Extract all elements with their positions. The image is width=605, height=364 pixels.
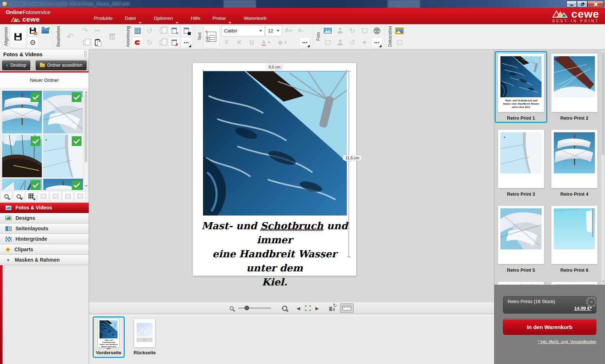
edit-photo-button[interactable] <box>322 37 334 48</box>
photo-thumbnail[interactable] <box>2 179 42 190</box>
effects-button[interactable]: ✦ <box>359 37 370 48</box>
zoom-out-button[interactable]: - <box>230 306 234 310</box>
add-photo-button[interactable]: + <box>322 25 334 36</box>
print-caption[interactable]: Mast- und Schotbruch und immer eine Hand… <box>198 219 351 289</box>
titlebar[interactable]: OnlineFotoservice 6.2.1 (x64) - Retro Pr… <box>0 0 605 8</box>
font-size-select[interactable]: 12 <box>265 25 282 36</box>
save-layout-button[interactable] <box>181 25 192 36</box>
add-person-button[interactable] <box>334 37 346 48</box>
view-mode-button[interactable] <box>25 191 37 202</box>
rotate-ccw-button[interactable]: ↺ <box>144 25 155 36</box>
photo-grid-scrollbar[interactable] <box>84 90 88 188</box>
photo-thumbnail[interactable] <box>43 91 83 133</box>
scroll-down-icon[interactable] <box>602 281 604 283</box>
font-larger-button[interactable]: A+ <box>283 25 294 36</box>
decoration-frame-button[interactable] <box>394 25 405 36</box>
copy-button[interactable] <box>79 37 91 48</box>
undo-button[interactable]: ↶ <box>62 25 79 48</box>
delete-button[interactable] <box>104 25 120 48</box>
menu-produkte[interactable]: Produkte <box>94 15 112 21</box>
delete-page-button[interactable]: ✗ <box>168 37 180 48</box>
print-item-2[interactable]: Retro Print 2 <box>548 51 601 123</box>
photo-thumbnail[interactable] <box>2 135 42 177</box>
save-button[interactable] <box>10 25 26 48</box>
text-more-button[interactable]: ••• <box>299 37 311 48</box>
remove-person-button[interactable] <box>334 25 346 36</box>
toggle-ruler-button[interactable] <box>340 303 354 313</box>
rotate-cw-button[interactable]: ↻ <box>144 37 155 48</box>
zoom-out-thumbs-button[interactable]: - <box>1 191 12 202</box>
nav-cliparts[interactable]: Cliparts <box>0 244 89 255</box>
price-footnote-link[interactable]: * Inkl. MwSt. zzgl. Versandkosten <box>503 339 596 344</box>
choose-folder-button[interactable]: Ordner auswählen <box>36 61 87 70</box>
filter-button[interactable] <box>50 191 61 202</box>
check-badge-icon[interactable] <box>31 136 40 146</box>
fit-to-screen-button[interactable] <box>305 305 311 311</box>
red-eye-button[interactable] <box>371 25 383 36</box>
scroll-up-icon[interactable] <box>85 91 87 93</box>
check-badge-icon[interactable] <box>31 92 40 102</box>
bold-button[interactable]: F <box>221 37 233 48</box>
print-list-scrollbar[interactable] <box>601 50 605 284</box>
add-to-cart-button[interactable]: In den Warenkorb <box>503 319 596 335</box>
menu-warenkorb[interactable]: Warenkorb <box>244 15 266 21</box>
check-badge-icon[interactable] <box>31 180 40 190</box>
send-back-button[interactable] <box>156 37 168 48</box>
zoom-slider[interactable] <box>238 307 271 309</box>
prev-page-button[interactable]: ◀ <box>297 306 300 311</box>
back-desktop-button[interactable]: ‹ Desktop <box>2 61 30 70</box>
restore-button[interactable] <box>577 1 587 7</box>
scrollbar-thumb[interactable] <box>602 52 604 155</box>
italic-button[interactable]: K <box>234 37 245 48</box>
import-button[interactable] <box>74 191 86 202</box>
font-family-select[interactable]: Calibri <box>221 25 265 36</box>
close-button[interactable] <box>587 1 604 7</box>
scroll-down-icon[interactable] <box>85 185 87 187</box>
redo-button[interactable]: ↷ <box>79 25 91 36</box>
check-badge-icon[interactable] <box>72 180 81 190</box>
info-button[interactable] <box>62 191 74 202</box>
bring-forward-button[interactable] <box>156 25 168 36</box>
layout-rotate-button[interactable]: ↻ <box>329 305 336 311</box>
zoom-in-button[interactable]: + <box>282 306 287 311</box>
save-as-button[interactable] <box>27 25 39 36</box>
photo-rotate-cw-button[interactable]: ↻ <box>346 25 358 36</box>
snap-button[interactable] <box>132 37 143 48</box>
print-item-5[interactable]: Retro Print 5 <box>495 203 547 275</box>
panel-grip-icon[interactable] <box>84 51 87 57</box>
zoom-in-thumbs-button[interactable]: + <box>13 191 25 202</box>
scrollbar-thumb[interactable] <box>85 94 87 162</box>
print-item-7[interactable] <box>495 279 547 285</box>
next-page-button[interactable]: ▶ <box>315 306 319 311</box>
nav-hintergruende[interactable]: Hintergründe <box>0 234 89 244</box>
menu-datei[interactable]: Datei <box>125 15 141 21</box>
check-badge-icon[interactable] <box>72 136 81 146</box>
highlight-color-button[interactable] <box>275 37 291 48</box>
font-color-button[interactable]: A <box>258 37 274 48</box>
nav-masken-rahmen[interactable]: ♥Masken & Rahmen <box>0 255 89 265</box>
grid-button[interactable] <box>132 25 143 36</box>
cut-button[interactable]: ✂ <box>92 25 103 36</box>
photo-thumbnail[interactable] <box>43 135 83 177</box>
swap-photo-button[interactable] <box>359 25 370 36</box>
canvas[interactable]: 9,0 cm 11,5 cm Mast- und Schotbruch und … <box>89 49 494 302</box>
underline-button[interactable]: U <box>246 37 257 48</box>
photo-thumbnail[interactable] <box>2 91 42 133</box>
menu-preise[interactable]: Preise <box>212 15 231 21</box>
zoom-slider-handle[interactable] <box>244 306 249 310</box>
print-photo[interactable] <box>203 71 347 216</box>
photo-rotate-ccw-button[interactable]: ↺ <box>346 37 358 48</box>
arrange-more-button[interactable]: ••• <box>181 37 192 48</box>
paste-button[interactable] <box>92 37 103 48</box>
page-thumb-rueckseite[interactable]: Rückseite <box>131 316 159 358</box>
page-thumb-vorderseite[interactable]: Mast- und Schotbruch und immer eine Hand… <box>93 316 125 358</box>
print-item-4[interactable]: Retro Print 4 <box>548 127 601 199</box>
nav-fotos-videos[interactable]: Fotos & Videos <box>0 203 89 213</box>
sort-button[interactable] <box>37 191 49 202</box>
print-item-1[interactable]: Mast- und Schotbruch und immer eine Hand… <box>495 51 547 123</box>
minimize-button[interactable] <box>566 1 577 7</box>
decoration-shape-button[interactable] <box>394 37 405 48</box>
product-price[interactable]: 14,99 €* <box>574 306 592 311</box>
insert-text-button[interactable] <box>203 25 220 48</box>
font-smaller-button[interactable]: A- <box>295 25 306 36</box>
